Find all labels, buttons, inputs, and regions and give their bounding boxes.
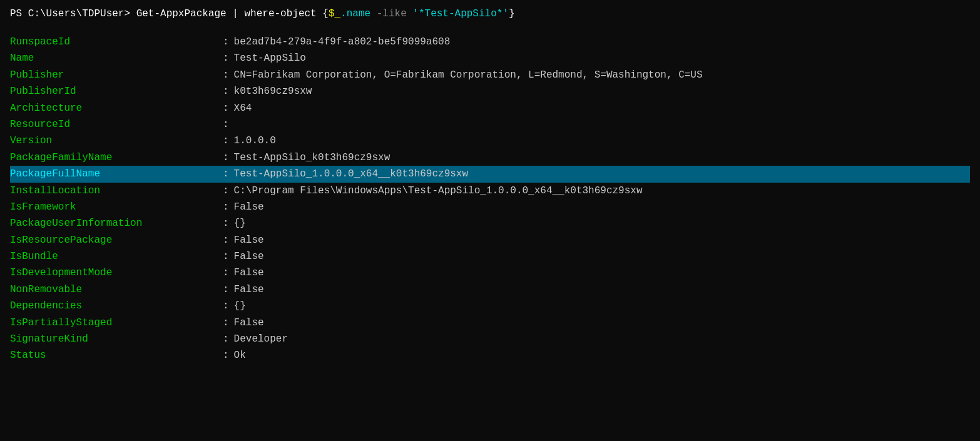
table-row: PackageFamilyName:Test-AppSilo_k0t3h69cz…	[10, 150, 970, 166]
property-key: Version	[10, 133, 223, 149]
property-key: IsResourcePackage	[10, 232, 223, 248]
table-row: PublisherId:k0t3h69cz9sxw	[10, 83, 970, 99]
property-value: {}	[234, 298, 970, 314]
property-value: False	[234, 232, 970, 248]
table-row: IsBundle:False	[10, 248, 970, 265]
table-row: IsResourcePackage:False	[10, 232, 970, 248]
property-key: ResourceId	[10, 116, 223, 133]
cmd-brace-open: {	[317, 6, 329, 21]
property-separator: :	[223, 150, 234, 166]
property-key: Architecture	[10, 100, 223, 116]
property-key: InstallLocation	[10, 183, 223, 199]
table-row: InstallLocation:C:\Program Files\Windows…	[10, 183, 970, 199]
cmd-dollar-underscore: $_	[329, 6, 340, 21]
property-value: {}	[234, 215, 970, 231]
property-key: Dependencies	[10, 298, 223, 314]
property-separator: :	[223, 199, 234, 215]
property-value: C:\Program Files\WindowsApps\Test-AppSil…	[234, 183, 970, 199]
property-value: CN=Fabrikam Corporation, O=Fabrikam Corp…	[234, 67, 970, 83]
property-separator: :	[223, 281, 234, 298]
property-key: Name	[10, 50, 223, 66]
property-value: False	[234, 199, 970, 215]
property-value: Test-AppSilo_k0t3h69cz9sxw	[234, 150, 970, 166]
table-row: RunspaceId:be2ad7b4-279a-4f9f-a802-be5f9…	[10, 34, 970, 50]
property-separator: :	[223, 83, 234, 99]
property-separator: :	[223, 183, 234, 199]
property-separator: :	[223, 100, 234, 116]
property-value: False	[234, 265, 970, 281]
table-row: IsDevelopmentMode:False	[10, 265, 970, 281]
table-row: Dependencies:{}	[10, 298, 970, 314]
output-table: RunspaceId:be2ad7b4-279a-4f9f-a802-be5f9…	[10, 34, 970, 364]
cmd-dot-name: .name	[340, 6, 370, 21]
property-value: Test-AppSilo_1.0.0.0_x64__k0t3h69cz9sxw	[234, 166, 970, 182]
table-row: NonRemovable:False	[10, 281, 970, 298]
property-key: RunspaceId	[10, 34, 223, 50]
table-row: Name:Test-AppSilo	[10, 50, 970, 66]
table-row: IsPartiallyStaged:False	[10, 315, 970, 331]
property-key: SignatureKind	[10, 331, 223, 347]
property-separator: :	[223, 331, 234, 347]
table-row: Version:1.0.0.0	[10, 133, 970, 149]
property-key: PublisherId	[10, 83, 223, 99]
property-key: IsDevelopmentMode	[10, 265, 223, 281]
property-separator: :	[223, 215, 234, 231]
property-separator: :	[223, 298, 234, 314]
cmd-pipe: |	[227, 6, 245, 21]
property-key: PackageFamilyName	[10, 150, 223, 166]
property-value	[234, 116, 970, 133]
property-separator: :	[223, 67, 234, 83]
table-row: Architecture:X64	[10, 100, 970, 116]
table-row: SignatureKind:Developer	[10, 331, 970, 347]
property-separator: :	[223, 133, 234, 149]
cmd-where-object: where-object	[244, 6, 316, 21]
property-key: PackageUserInformation	[10, 215, 223, 231]
ps-prompt: PS C:\Users\TDPUser>	[10, 6, 136, 21]
property-separator: :	[223, 116, 234, 133]
property-value: False	[234, 248, 970, 265]
property-key: PackageFullName	[10, 166, 223, 182]
command-line: PS C:\Users\TDPUser> Get-AppxPackage | w…	[10, 6, 970, 21]
property-key: IsPartiallyStaged	[10, 315, 223, 331]
property-separator: :	[223, 315, 234, 331]
property-separator: :	[223, 248, 234, 265]
cmd-get-appxpackage: Get-AppxPackage	[136, 6, 227, 21]
property-value: X64	[234, 100, 970, 116]
terminal-window: PS C:\Users\TDPUser> Get-AppxPackage | w…	[10, 6, 970, 364]
property-separator: :	[223, 50, 234, 66]
property-key: IsFramework	[10, 199, 223, 215]
property-separator: :	[223, 265, 234, 281]
property-value: False	[234, 281, 970, 298]
cmd-brace-close: }	[509, 6, 515, 21]
property-value: be2ad7b4-279a-4f9f-a802-be5f9099a608	[234, 34, 970, 50]
cmd-like: -like	[370, 6, 412, 21]
property-key: Publisher	[10, 67, 223, 83]
table-row: ResourceId:	[10, 116, 970, 133]
property-value: Test-AppSilo	[234, 50, 970, 66]
property-value: Ok	[234, 347, 970, 363]
property-key: Status	[10, 347, 223, 363]
property-separator: :	[223, 34, 234, 50]
table-row: Publisher:CN=Fabrikam Corporation, O=Fab…	[10, 67, 970, 83]
table-row: PackageUserInformation:{}	[10, 215, 970, 231]
property-value: k0t3h69cz9sxw	[234, 83, 970, 99]
table-row: Status:Ok	[10, 347, 970, 363]
property-key: NonRemovable	[10, 281, 223, 298]
property-separator: :	[223, 232, 234, 248]
property-value: Developer	[234, 331, 970, 347]
property-separator: :	[223, 347, 234, 363]
property-separator: :	[223, 166, 234, 182]
property-value: False	[234, 315, 970, 331]
cmd-string-value: '*Test-AppSilo*'	[412, 6, 509, 21]
property-value: 1.0.0.0	[234, 133, 970, 149]
table-row: IsFramework:False	[10, 199, 970, 215]
property-key: IsBundle	[10, 248, 223, 265]
table-row: PackageFullName:Test-AppSilo_1.0.0.0_x64…	[10, 166, 970, 182]
